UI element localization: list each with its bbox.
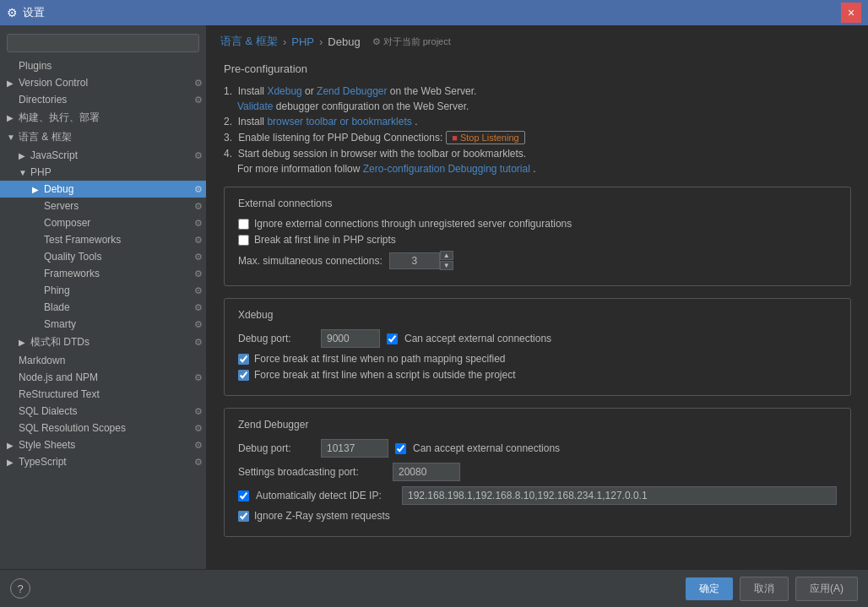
auto-detect-checkbox[interactable] <box>238 490 249 501</box>
arrow-icon: ▶ <box>19 151 30 160</box>
arrow-icon: ▶ <box>7 113 19 122</box>
sidebar-item-php[interactable]: ▼ PHP <box>0 164 206 181</box>
confirm-button[interactable]: 确定 <box>686 577 733 600</box>
settings-icon: ⚙ <box>194 235 203 246</box>
xdebug-link[interactable]: Xdebug <box>267 85 301 97</box>
zend-accept-checkbox[interactable] <box>395 443 406 454</box>
pre-config-steps: 1. Install Xdebug or Zend Debugger on th… <box>224 85 851 175</box>
step-4: 4. Start debug session in browser with t… <box>224 148 851 160</box>
zend-debugger-section: Zend Debugger Debug port: Can accept ext… <box>224 408 851 537</box>
sidebar-item-lang-framework[interactable]: ▼ 语言 & 框架 <box>0 127 206 147</box>
zero-config-link[interactable]: Zero-configuration Debugging tutorial <box>363 163 530 175</box>
project-link: ⚙ 对于当前 project <box>372 35 451 48</box>
settings-icon: ⚙ <box>194 440 203 451</box>
sidebar-item-javascript[interactable]: ▶ JavaScript ⚙ <box>0 147 206 164</box>
spin-up-button[interactable]: ▲ <box>440 251 453 260</box>
sidebar-item-directories[interactable]: Directories ⚙ <box>0 91 206 108</box>
breadcrumb-sep1: › <box>283 35 286 48</box>
sidebar-item-test-frameworks[interactable]: Test Frameworks ⚙ <box>0 231 206 248</box>
break-first-line-label: Break at first line in PHP scripts <box>254 234 396 246</box>
sidebar-item-style-sheets[interactable]: ▶ Style Sheets ⚙ <box>0 436 206 453</box>
max-connections-row: Max. simultaneous connections: ▲ ▼ <box>238 251 837 270</box>
sidebar-item-frameworks[interactable]: Frameworks ⚙ <box>0 265 206 282</box>
xdebug-force-path-checkbox[interactable] <box>238 354 249 365</box>
ignore-zray-checkbox[interactable] <box>238 511 249 522</box>
xdebug-port-input[interactable] <box>321 329 380 348</box>
help-button[interactable]: ? <box>10 578 30 599</box>
sidebar-item-blade[interactable]: Blade ⚙ <box>0 299 206 316</box>
pre-config-title: Pre-configuration <box>224 62 851 75</box>
spin-buttons: ▲ ▼ <box>440 251 453 270</box>
settings-icon: ⚙ <box>194 319 203 330</box>
close-button[interactable]: × <box>841 3 861 23</box>
sidebar-item-phing[interactable]: Phing ⚙ <box>0 282 206 299</box>
breadcrumb-sep2: › <box>319 35 323 48</box>
auto-detect-input[interactable] <box>402 486 837 505</box>
sidebar-item-version-control[interactable]: ▶ Version Control ⚙ <box>0 74 206 91</box>
broadcast-port-row: Settings broadcasting port: <box>238 463 837 481</box>
sidebar-item-typescript[interactable]: ▶ TypeScript ⚙ <box>0 453 206 470</box>
content-body: Pre-configuration 1. Install Xdebug or Z… <box>207 54 868 569</box>
step-text: debugger configuration on the Web Server… <box>276 100 469 112</box>
sidebar-item-composer[interactable]: Composer ⚙ <box>0 214 206 231</box>
break-first-line-checkbox[interactable] <box>238 235 249 246</box>
ignore-external-checkbox[interactable] <box>238 219 249 230</box>
sidebar-item-quality-tools[interactable]: Quality Tools ⚙ <box>0 248 206 265</box>
sidebar-item-plugins[interactable]: Plugins <box>0 57 206 74</box>
settings-icon: ⚙ <box>194 372 203 383</box>
spin-down-button[interactable]: ▼ <box>440 261 453 270</box>
sidebar-item-smarty[interactable]: Smarty ⚙ <box>0 316 206 333</box>
xdebug-force-path-label: Force break at first line when no path m… <box>254 353 506 365</box>
arrow-icon: ▶ <box>7 79 19 88</box>
settings-icon: ⚙ <box>194 302 203 313</box>
max-connections-input[interactable] <box>389 252 440 269</box>
zend-port-row: Debug port: Can accept external connecti… <box>238 439 837 458</box>
title-bar: ⚙ 设置 × <box>0 0 868 25</box>
ignore-external-label: Ignore external connections through unre… <box>254 218 572 230</box>
sidebar-item-sql-dialects[interactable]: SQL Dialects ⚙ <box>0 403 206 420</box>
settings-icon: ⚙ <box>194 78 203 89</box>
arrow-icon: ▶ <box>7 458 19 467</box>
sidebar-item-patterns-dtds[interactable]: ▶ 模式和 DTDs ⚙ <box>0 333 206 352</box>
cancel-button[interactable]: 取消 <box>740 577 789 601</box>
stop-listening-button[interactable]: ■ Stop Listening <box>446 131 524 144</box>
broadcast-input[interactable] <box>393 463 460 481</box>
arrow-icon: ▶ <box>7 441 19 450</box>
zend-debugger-link[interactable]: Zend Debugger <box>317 85 387 97</box>
app-icon: ⚙ <box>7 6 18 19</box>
settings-icon: ⚙ <box>194 268 203 279</box>
breadcrumb-lang[interactable]: 语言 & 框架 <box>220 34 278 49</box>
breadcrumb-php[interactable]: PHP <box>291 35 314 48</box>
ignore-external-row: Ignore external connections through unre… <box>238 218 837 230</box>
settings-icon: ⚙ <box>194 423 203 434</box>
step-text: Install <box>238 85 268 97</box>
settings-icon: ⚙ <box>194 457 203 468</box>
sidebar-item-servers[interactable]: Servers ⚙ <box>0 198 206 214</box>
browser-toolbar-link[interactable]: browser toolbar or bookmarklets <box>267 116 411 127</box>
bottom-bar: ? 确定 取消 应用(A) <box>0 569 868 607</box>
sidebar-item-build[interactable]: ▶ 构建、执行、部署 <box>0 108 206 127</box>
auto-detect-row: Automatically detect IDE IP: <box>238 486 837 505</box>
sidebar-item-markdown[interactable]: Markdown <box>0 352 206 369</box>
step-text2: or <box>305 85 317 97</box>
step-text: Enable listening for PHP Debug Connectio… <box>238 132 442 144</box>
external-connections-title: External connections <box>238 198 837 209</box>
xdebug-force-script-row: Force break at first line when a script … <box>238 369 837 381</box>
xdebug-section: Xdebug Debug port: Can accept external c… <box>224 298 851 396</box>
xdebug-accept-checkbox[interactable] <box>387 333 398 344</box>
xdebug-accept-label: Can accept external connections <box>404 333 551 344</box>
apply-button[interactable]: 应用(A) <box>795 577 858 601</box>
arrow-icon: ▶ <box>19 338 30 347</box>
xdebug-force-script-checkbox[interactable] <box>238 370 249 381</box>
sidebar-item-sql-resolution[interactable]: SQL Resolution Scopes ⚙ <box>0 420 206 436</box>
sidebar-item-debug[interactable]: ▶ Debug ⚙ <box>0 181 206 198</box>
settings-icon: ⚙ <box>194 406 203 417</box>
zend-port-input[interactable] <box>321 439 388 458</box>
step-text3: on the Web Server. <box>390 85 477 97</box>
validate-link[interactable]: Validate <box>237 100 273 112</box>
xdebug-port-row: Debug port: Can accept external connecti… <box>238 329 837 348</box>
sidebar-item-restructured[interactable]: ReStructured Text <box>0 386 206 403</box>
auto-detect-label: Automatically detect IDE IP: <box>256 490 395 501</box>
search-input[interactable] <box>7 34 199 52</box>
sidebar-item-nodejs[interactable]: Node.js and NPM ⚙ <box>0 369 206 386</box>
